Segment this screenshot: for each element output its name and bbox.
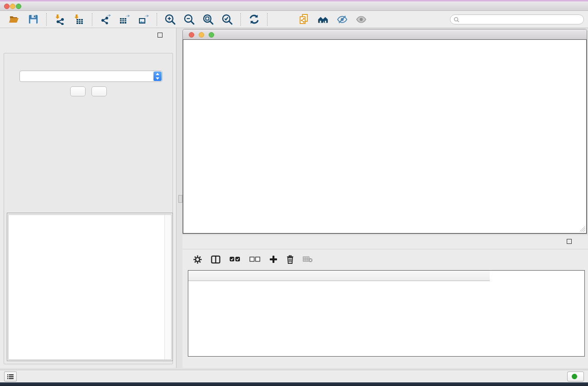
scrollbar[interactable]	[164, 215, 171, 359]
delete-table-button[interactable]	[303, 256, 313, 262]
toolbar-separator	[240, 13, 241, 26]
zoom-selected-button[interactable]	[221, 13, 233, 26]
import-table-icon	[73, 14, 84, 25]
create-column-button[interactable]	[269, 255, 277, 263]
table-panel	[182, 235, 588, 368]
toolbar-separator	[157, 13, 157, 26]
import-network-button[interactable]	[54, 13, 66, 26]
export-table-button[interactable]	[119, 13, 130, 26]
desktop-background	[0, 382, 588, 386]
export-image-button[interactable]	[138, 13, 149, 26]
zoom-out-button[interactable]	[183, 13, 195, 26]
close-panel-button[interactable]	[91, 86, 107, 96]
optimization-dropdown[interactable]	[19, 71, 163, 82]
delete-column-button[interactable]	[287, 255, 294, 264]
zoom-window-button[interactable]	[16, 4, 21, 9]
show-all-button[interactable]	[355, 13, 367, 26]
eye-icon	[355, 14, 367, 25]
resize-grip[interactable]	[579, 226, 585, 232]
trash-icon	[287, 255, 294, 264]
first-neighbors-button[interactable]	[317, 13, 329, 26]
gear-icon	[193, 255, 202, 264]
save-icon	[28, 14, 38, 24]
clone-network-button[interactable]	[298, 13, 310, 26]
status-bar	[0, 370, 588, 383]
minimize-window-button[interactable]	[10, 4, 15, 9]
toolbar-separator	[267, 13, 268, 26]
import-table-button[interactable]	[73, 13, 85, 26]
node-table	[188, 270, 585, 357]
main-toolbar	[0, 11, 588, 28]
zoom-selected-icon	[221, 14, 233, 25]
list-icon	[7, 374, 14, 380]
checked-boxes-icon	[229, 257, 240, 262]
delete-table-icon	[303, 256, 313, 262]
memory-status-icon	[572, 374, 577, 379]
import-network-icon	[54, 14, 65, 25]
search-field	[450, 14, 584, 24]
zoom-in-icon	[164, 14, 176, 25]
export-network-button[interactable]	[100, 13, 111, 26]
refresh-layout-button[interactable]	[248, 13, 260, 26]
zoom-view-button[interactable]	[209, 32, 214, 38]
task-history-button[interactable]	[4, 372, 17, 381]
unchecked-boxes-icon	[249, 257, 260, 262]
float-table-panel-icon[interactable]	[567, 239, 572, 244]
zoom-fit-button[interactable]	[202, 13, 214, 26]
select-all-columns-button[interactable]	[229, 257, 240, 262]
show-column-panel-button[interactable]	[211, 255, 220, 264]
export-image-icon	[138, 14, 149, 25]
app-window	[0, 0, 588, 386]
search-icon	[454, 17, 459, 23]
network-view-window	[182, 29, 587, 234]
network-window-titlebar	[183, 29, 587, 40]
split-table-icon	[211, 255, 220, 264]
copy-network-icon	[298, 14, 310, 25]
export-table-icon	[119, 14, 130, 25]
plus-icon	[269, 255, 277, 263]
close-window-button[interactable]	[4, 4, 10, 9]
refresh-icon	[249, 14, 260, 25]
hide-selected-button[interactable]	[336, 13, 348, 26]
dropdown-stepper-icon	[153, 71, 162, 81]
export-network-icon	[100, 14, 111, 25]
open-session-button[interactable]	[8, 13, 20, 26]
eye-slash-icon	[336, 14, 348, 25]
network-canvas[interactable]	[183, 39, 587, 234]
mcds-result-group	[7, 213, 173, 361]
main-titlebar	[0, 1, 588, 11]
toolbar-separator	[92, 13, 92, 26]
table-header-row	[188, 271, 490, 281]
minimize-view-button[interactable]	[199, 32, 204, 38]
zoom-fit-icon	[202, 14, 214, 25]
table-settings-button[interactable]	[193, 255, 202, 264]
mcds-result-list	[8, 214, 172, 360]
zoom-out-icon	[183, 14, 195, 25]
float-panel-icon[interactable]	[158, 33, 163, 38]
houses-icon	[317, 14, 329, 25]
split-divider-handle[interactable]	[178, 195, 182, 203]
mcds-panel	[4, 53, 173, 364]
zoom-in-button[interactable]	[164, 13, 176, 26]
divider	[182, 249, 588, 249]
unselect-all-columns-button[interactable]	[249, 257, 260, 262]
toolbar-separator	[46, 13, 47, 26]
close-view-button[interactable]	[189, 32, 194, 38]
run-mcds-button[interactable]	[70, 86, 86, 96]
search-input[interactable]	[461, 15, 583, 24]
memory-button[interactable]	[567, 372, 584, 381]
table-toolbar	[189, 251, 326, 268]
control-panel	[0, 28, 177, 368]
open-folder-icon	[9, 14, 19, 25]
save-session-button[interactable]	[27, 13, 39, 26]
